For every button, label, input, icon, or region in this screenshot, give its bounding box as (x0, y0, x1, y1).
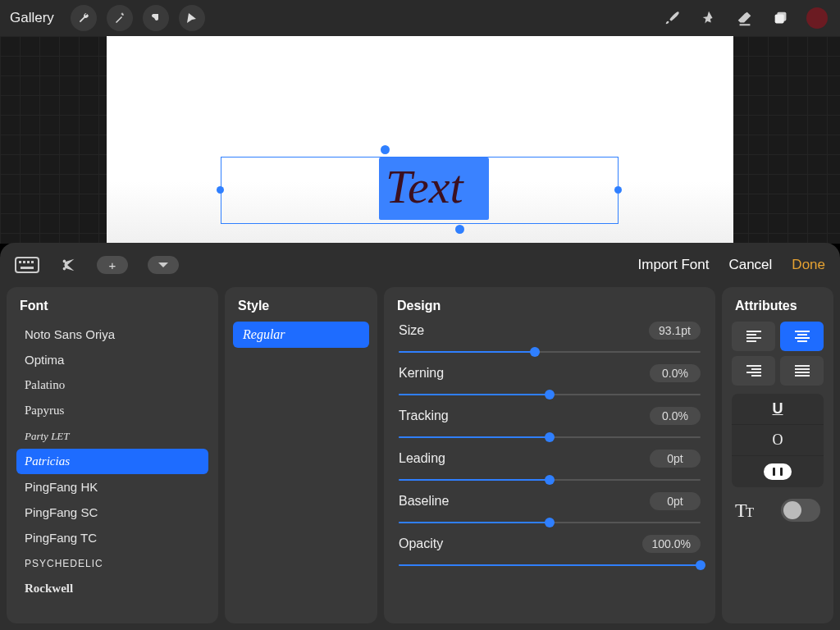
design-tracking-slider[interactable] (399, 430, 701, 445)
design-opacity-slider[interactable] (399, 558, 701, 573)
outline-button[interactable]: O (732, 425, 824, 456)
attributes-heading: Attributes (727, 299, 829, 322)
design-leading-row: Leading0pt (399, 450, 701, 487)
design-baseline-value[interactable]: 0pt (650, 492, 701, 510)
design-size-slider[interactable] (399, 345, 701, 359)
font-item[interactable]: Papyrus (16, 398, 208, 423)
font-item[interactable]: Optima (16, 347, 208, 372)
add-button[interactable]: + (97, 256, 128, 274)
handle-right[interactable] (614, 186, 622, 194)
panel-toolbar: + Import Font Cancel Done (0, 243, 840, 287)
design-baseline-label: Baseline (399, 494, 449, 509)
design-opacity-label: Opacity (399, 536, 443, 551)
brush-icon[interactable] (660, 5, 686, 31)
design-tracking-label: Tracking (399, 409, 449, 423)
style-column: Style Regular (225, 287, 377, 623)
design-kerning-slider[interactable] (399, 387, 701, 402)
style-item[interactable]: Regular (233, 322, 369, 348)
eraser-icon[interactable] (732, 5, 758, 31)
style-dropdown[interactable] (148, 256, 179, 274)
wrench-icon[interactable] (71, 5, 97, 31)
done-button[interactable]: Done (792, 257, 825, 273)
handle-bottom[interactable] (455, 225, 464, 234)
svg-rect-3 (19, 261, 21, 263)
design-kerning-row: Kerning0.0% (399, 364, 701, 402)
font-item[interactable]: PSYCHEDELIC (16, 550, 208, 576)
canvas-text[interactable]: Text (386, 159, 463, 214)
svg-rect-6 (31, 261, 34, 263)
handle-top[interactable] (381, 145, 390, 154)
handle-left[interactable] (217, 186, 224, 194)
import-font-button[interactable]: Import Font (638, 257, 710, 273)
design-size-label: Size (399, 323, 424, 338)
vertical-text-button[interactable] (732, 456, 824, 487)
scissors-icon[interactable] (59, 256, 77, 274)
move-icon[interactable] (179, 5, 205, 31)
svg-rect-2 (16, 258, 39, 272)
font-list[interactable]: Noto Sans OriyaOptimaPalatinoPapyrusPart… (11, 322, 213, 617)
style-list: Regular (230, 322, 372, 348)
font-item[interactable]: Party LET (16, 423, 208, 449)
svg-rect-5 (27, 261, 30, 263)
top-toolbar: Gallery (0, 0, 840, 36)
font-item[interactable]: Patricias (16, 449, 208, 474)
design-leading-label: Leading (399, 451, 445, 466)
design-baseline-slider[interactable] (399, 515, 701, 530)
design-column: Design Size93.1ptKerning0.0%Tracking0.0%… (384, 287, 715, 623)
font-item[interactable]: Palatino (16, 372, 208, 398)
text-effects-segment: U O (732, 394, 824, 487)
capitals-icon: TT (735, 500, 752, 522)
color-swatch[interactable] (804, 5, 830, 31)
text-editor-panel: + Import Font Cancel Done Font Noto Sans… (0, 243, 840, 630)
align-right-button[interactable] (732, 356, 775, 386)
font-item[interactable]: PingFang HK (16, 474, 208, 500)
design-tracking-row: Tracking0.0% (399, 407, 701, 445)
svg-rect-1 (775, 14, 784, 23)
design-heading: Design (389, 299, 710, 322)
align-justify-button[interactable] (780, 356, 824, 386)
design-baseline-row: Baseline0pt (399, 492, 701, 530)
capitals-toggle[interactable] (781, 499, 820, 522)
font-heading: Font (11, 299, 213, 322)
alignment-grid (732, 322, 824, 386)
font-column: Font Noto Sans OriyaOptimaPalatinoPapyru… (7, 287, 218, 623)
smudge-icon[interactable] (696, 5, 722, 31)
style-heading: Style (230, 299, 372, 322)
font-item[interactable]: Rockwell (16, 576, 208, 601)
svg-rect-7 (21, 267, 34, 269)
cancel-button[interactable]: Cancel (728, 257, 772, 273)
font-item[interactable]: PingFang TC (16, 525, 208, 550)
font-item[interactable]: Noto Sans Oriya (16, 322, 208, 347)
selection-icon[interactable] (143, 5, 169, 31)
underline-button[interactable]: U (732, 394, 824, 425)
keyboard-icon[interactable] (15, 257, 39, 273)
align-center-button[interactable] (780, 322, 824, 351)
design-size-value[interactable]: 93.1pt (649, 322, 701, 340)
design-opacity-row: Opacity100.0% (399, 535, 701, 573)
design-size-row: Size93.1pt (399, 322, 701, 359)
design-kerning-value[interactable]: 0.0% (650, 364, 701, 382)
align-left-button[interactable] (732, 322, 775, 351)
attributes-column: Attributes U (722, 287, 833, 623)
gallery-button[interactable]: Gallery (10, 10, 54, 26)
canvas-workspace: Text (0, 36, 840, 244)
design-opacity-value[interactable]: 100.0% (642, 535, 701, 553)
design-leading-value[interactable]: 0pt (650, 450, 701, 468)
design-leading-slider[interactable] (399, 472, 701, 487)
design-kerning-label: Kerning (399, 366, 444, 381)
font-item[interactable]: PingFang SC (16, 500, 208, 525)
wand-icon[interactable] (107, 5, 133, 31)
layers-icon[interactable] (768, 5, 794, 31)
design-tracking-value[interactable]: 0.0% (650, 407, 701, 425)
svg-rect-4 (23, 261, 25, 263)
